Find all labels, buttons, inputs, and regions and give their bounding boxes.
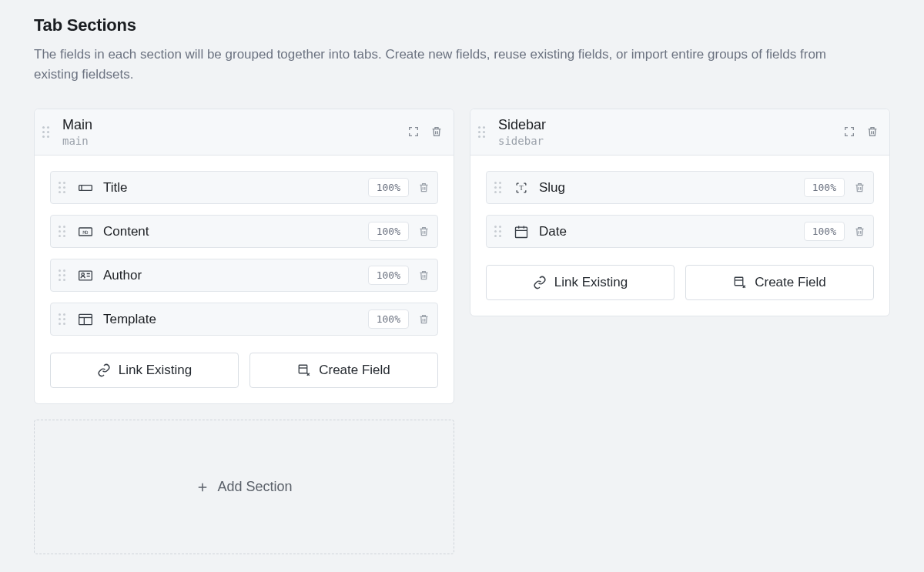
field-width-badge[interactable]: 100% — [368, 309, 409, 329]
button-label: Create Field — [319, 363, 390, 378]
field-row[interactable]: T Slug 100% — [486, 171, 874, 204]
section-title: Sidebar — [498, 117, 843, 134]
trash-icon — [430, 125, 443, 138]
trash-icon — [854, 226, 865, 237]
add-section-button[interactable]: Add Section — [34, 420, 454, 554]
field-label: Author — [103, 268, 368, 283]
page-description: The fields in each section will be group… — [34, 45, 842, 85]
date-field-icon — [513, 223, 530, 240]
link-icon — [97, 363, 111, 377]
button-label: Link Existing — [119, 363, 192, 378]
drag-handle-icon[interactable] — [478, 126, 489, 138]
button-label: Add Section — [217, 479, 292, 495]
section-card-sidebar: Sidebar sidebar — [470, 109, 890, 317]
delete-field-button[interactable] — [418, 313, 430, 325]
drag-handle-icon[interactable] — [59, 313, 68, 325]
user-field-icon — [77, 267, 94, 284]
field-row[interactable]: Template 100% — [50, 303, 438, 336]
drag-handle-icon[interactable] — [59, 269, 68, 281]
svg-rect-6 — [299, 366, 307, 374]
svg-rect-3 — [79, 271, 92, 280]
svg-rect-0 — [79, 185, 92, 190]
drag-handle-icon[interactable] — [494, 226, 504, 237]
expand-section-button[interactable] — [407, 125, 420, 138]
field-width-badge[interactable]: 100% — [368, 222, 409, 241]
section-handle: main — [62, 135, 407, 147]
svg-point-4 — [82, 273, 84, 275]
trash-icon — [418, 269, 430, 281]
link-existing-button[interactable]: Link Existing — [50, 353, 239, 388]
create-field-icon — [297, 363, 311, 377]
drag-handle-icon[interactable] — [494, 182, 504, 193]
field-row[interactable]: Title 100% — [50, 171, 438, 204]
create-field-button[interactable]: Create Field — [685, 265, 874, 300]
trash-icon — [866, 125, 879, 138]
delete-field-button[interactable] — [418, 226, 430, 237]
trash-icon — [418, 182, 430, 193]
field-label: Template — [103, 312, 368, 327]
field-label: Date — [539, 224, 804, 239]
svg-rect-5 — [79, 314, 92, 324]
delete-field-button[interactable] — [418, 269, 430, 281]
text-field-icon — [77, 179, 94, 196]
link-icon — [533, 276, 547, 289]
delete-field-button[interactable] — [854, 226, 865, 237]
delete-section-button[interactable] — [430, 125, 443, 138]
delete-section-button[interactable] — [866, 125, 879, 138]
section-handle: sidebar — [498, 135, 843, 147]
link-existing-button[interactable]: Link Existing — [486, 265, 675, 300]
expand-icon — [843, 125, 855, 138]
drag-handle-icon[interactable] — [59, 226, 68, 237]
trash-icon — [418, 313, 430, 325]
trash-icon — [854, 182, 865, 193]
trash-icon — [418, 226, 430, 237]
delete-field-button[interactable] — [854, 182, 865, 193]
field-label: Content — [103, 224, 368, 239]
page-title: Tab Sections — [34, 15, 890, 35]
field-row[interactable]: Author 100% — [50, 259, 438, 292]
expand-section-button[interactable] — [843, 125, 855, 138]
drag-handle-icon[interactable] — [42, 126, 53, 138]
section-title: Main — [62, 117, 407, 134]
svg-text:MD: MD — [82, 229, 89, 234]
drag-handle-icon[interactable] — [59, 182, 68, 193]
field-row[interactable]: MD Content 100% — [50, 215, 438, 248]
template-field-icon — [77, 311, 94, 328]
field-label: Title — [103, 180, 368, 196]
delete-field-button[interactable] — [418, 182, 430, 193]
field-width-badge[interactable]: 100% — [804, 178, 845, 197]
field-label: Slug — [539, 180, 804, 196]
field-width-badge[interactable]: 100% — [368, 178, 409, 197]
create-field-icon — [733, 276, 747, 289]
svg-rect-9 — [735, 278, 743, 286]
field-width-badge[interactable]: 100% — [804, 222, 845, 241]
create-field-button[interactable]: Create Field — [249, 353, 438, 388]
button-label: Create Field — [755, 275, 826, 290]
svg-text:T: T — [519, 185, 523, 192]
expand-icon — [407, 125, 420, 138]
plus-icon — [196, 480, 209, 494]
slug-field-icon: T — [513, 179, 530, 196]
svg-rect-8 — [516, 227, 527, 237]
section-card-main: Main main — [34, 109, 454, 405]
field-width-badge[interactable]: 100% — [368, 266, 409, 285]
button-label: Link Existing — [554, 275, 628, 290]
field-row[interactable]: Date 100% — [486, 215, 874, 248]
markdown-field-icon: MD — [77, 223, 94, 240]
